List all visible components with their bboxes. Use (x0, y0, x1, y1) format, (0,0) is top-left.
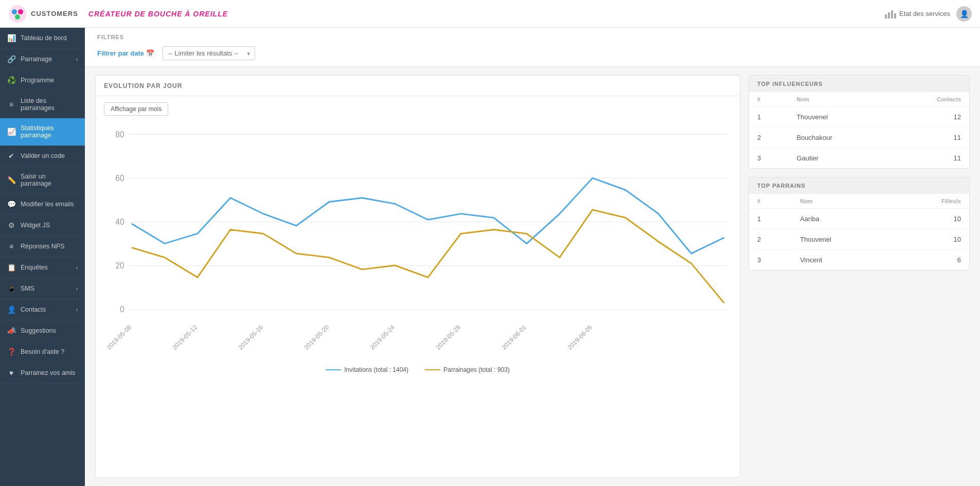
svg-point-0 (9, 5, 26, 23)
sidebar-item-widget-js[interactable]: ⚙ Widget JS (0, 215, 85, 236)
svg-text:2019-05-24: 2019-05-24 (369, 323, 397, 351)
sidebar-item-valider-code[interactable]: ✔ Valider un code (0, 146, 85, 167)
sidebar-label-enquetes: Enquêtes (21, 264, 71, 271)
chart-panel: EVOLUTION PAR JOUR Affichage par mois 80… (95, 75, 740, 478)
limit-results-select[interactable]: -- Limiter les résultats --Cette semaine… (163, 46, 255, 60)
rank-cell: 1 (749, 209, 792, 229)
sidebar-item-statistiques[interactable]: 📈 Statistiques parrainage (0, 118, 85, 146)
table-row: 3 Vincent 6 (749, 250, 969, 271)
svg-text:60: 60 (115, 174, 124, 183)
sidebar-label-suggestions: Suggestions (21, 327, 78, 334)
sidebar-item-suggestions[interactable]: 📣 Suggestions (0, 320, 85, 341)
sidebar-icon-tableau-de-bord: 📊 (7, 34, 15, 42)
sidebar-label-contacts: Contacts (21, 306, 71, 313)
sidebar-item-liste-parrainages[interactable]: ≡ Liste des parrainages (0, 91, 85, 118)
service-label: Etat des services (899, 10, 950, 17)
nom-cell: Thouvenel (792, 229, 893, 250)
nom-cell: Gautier (788, 148, 890, 169)
svg-text:40: 40 (115, 218, 124, 226)
chart-panel-header: EVOLUTION PAR JOUR (96, 76, 740, 96)
table-row: 3 Gautier 11 (749, 148, 969, 169)
svg-text:2019-05-12: 2019-05-12 (171, 323, 199, 351)
filleuls-cell: 10 (893, 209, 969, 229)
svg-text:2019-05-16: 2019-05-16 (237, 323, 265, 351)
svg-text:2019-05-28: 2019-05-28 (435, 323, 462, 351)
nom-cell: Vincent (792, 250, 893, 271)
table-row: 2 Bouchakour 11 (749, 128, 969, 148)
service-status[interactable]: Etat des services (885, 9, 950, 19)
affichage-par-mois-button[interactable]: Affichage par mois (104, 102, 168, 116)
right-panels: TOP INFLUENCEURS # Nom Contacts 1 Thouve… (749, 75, 970, 478)
sidebar-arrow-parrainage: ‹ (76, 57, 78, 62)
header-right: Etat des services 👤 (885, 6, 972, 22)
layout: 📊 Tableau de bord 🔗 Parrainage ‹♻️ Progr… (0, 28, 980, 486)
logo-text: CUSTOMERS (31, 10, 78, 17)
user-avatar[interactable]: 👤 (956, 6, 972, 22)
sidebar-item-parrainage[interactable]: 🔗 Parrainage ‹ (0, 49, 85, 70)
sidebar-label-liste-parrainages: Liste des parrainages (21, 97, 78, 112)
sidebar-item-reponses-nps[interactable]: ≡ Réponses NPS (0, 236, 85, 257)
sidebar-item-saisir-parrainage[interactable]: ✏️ Saisir un parrainage (0, 167, 85, 194)
col-filleuls-par: Filleuls (893, 194, 969, 209)
top-parrains-header: TOP PARRAINS (749, 177, 969, 194)
svg-point-3 (15, 14, 20, 20)
chart-controls: Affichage par mois (96, 96, 740, 122)
sidebar-label-reponses-nps: Réponses NPS (21, 243, 78, 250)
table-row: 1 Aariba 10 (749, 209, 969, 229)
filleuls-cell: 10 (893, 229, 969, 250)
svg-text:2019-05-20: 2019-05-20 (303, 323, 331, 351)
legend-invitations: Invitations (total : 1404) (326, 366, 408, 373)
top-influenceurs-panel: TOP INFLUENCEURS # Nom Contacts 1 Thouve… (749, 75, 970, 169)
nom-cell: Aariba (792, 209, 893, 229)
sidebar-item-programme[interactable]: ♻️ Programme (0, 70, 85, 91)
sidebar-label-sms: SMS (21, 285, 71, 292)
legend-line-blue (326, 369, 341, 370)
table-row: 1 Thouvenel 12 (749, 107, 969, 128)
logo-icon (8, 5, 27, 23)
sidebar-icon-statistiques: 📈 (7, 128, 15, 136)
sidebar-icon-parrainez-amis: ♥ (7, 369, 15, 377)
col-contacts-inf: Contacts (890, 92, 969, 107)
rank-cell: 1 (749, 107, 788, 128)
sidebar-icon-enquetes: 📋 (7, 263, 15, 272)
sidebar-label-saisir-parrainage: Saisir un parrainage (21, 173, 78, 187)
legend-invitations-label: Invitations (total : 1404) (344, 366, 408, 373)
legend-parrainages: Parrainages (total : 903) (425, 366, 510, 373)
content-area: EVOLUTION PAR JOUR Affichage par mois 80… (85, 67, 980, 486)
sidebar-item-modifier-emails[interactable]: 💬 Modifier les emails (0, 194, 85, 215)
top-parrains-panel: TOP PARRAINS # Nom Filleuls 1 Aariba 102… (749, 177, 970, 271)
header: CUSTOMERS CRÉATEUR DE BOUCHE À OREILLE E… (0, 0, 980, 28)
sidebar-item-enquetes[interactable]: 📋 Enquêtes ‹ (0, 257, 85, 278)
legend-parrainages-label: Parrainages (total : 903) (443, 366, 510, 373)
chart-title: EVOLUTION PAR JOUR (104, 82, 182, 89)
filters-bar: FILTRES Filtrer par date 📅 -- Limiter le… (85, 28, 980, 67)
sidebar-item-sms[interactable]: 📱 SMS ‹ (0, 278, 85, 299)
filters-row: Filtrer par date 📅 -- Limiter les résult… (97, 46, 968, 60)
sidebar-icon-saisir-parrainage: ✏️ (7, 176, 15, 184)
rank-cell: 3 (749, 148, 788, 169)
sidebar-label-valider-code: Valider un code (21, 152, 78, 159)
col-hash-par: # (749, 194, 792, 209)
svg-text:2019-06-05: 2019-06-05 (566, 323, 594, 351)
svg-text:20: 20 (115, 261, 124, 270)
sidebar-item-parrainez-amis[interactable]: ♥ Parrainez vos amis (0, 363, 85, 384)
contacts-cell: 11 (890, 148, 969, 169)
nom-cell: Bouchakour (788, 128, 890, 148)
sidebar-item-besoin-aide[interactable]: ❓ Besoin d'aide ? (0, 341, 85, 363)
sidebar-arrow-sms: ‹ (76, 286, 78, 292)
sidebar-label-modifier-emails: Modifier les emails (21, 201, 78, 208)
sidebar-icon-suggestions: 📣 (7, 327, 15, 335)
sidebar: 📊 Tableau de bord 🔗 Parrainage ‹♻️ Progr… (0, 28, 85, 486)
sidebar-label-programme: Programme (21, 77, 78, 84)
sidebar-icon-sms: 📱 (7, 284, 15, 293)
sidebar-icon-valider-code: ✔ (7, 152, 15, 160)
sidebar-icon-parrainage: 🔗 (7, 55, 15, 63)
sidebar-label-besoin-aide: Besoin d'aide ? (21, 348, 78, 355)
sidebar-item-contacts[interactable]: 👤 Contacts ‹ (0, 299, 85, 320)
col-hash-inf: # (749, 92, 788, 107)
chart-container: 80 60 40 20 0 (96, 122, 740, 384)
svg-point-2 (18, 9, 23, 14)
sidebar-item-tableau-de-bord[interactable]: 📊 Tableau de bord (0, 28, 85, 49)
sidebar-icon-liste-parrainages: ≡ (7, 100, 15, 109)
rank-cell: 2 (749, 128, 788, 148)
